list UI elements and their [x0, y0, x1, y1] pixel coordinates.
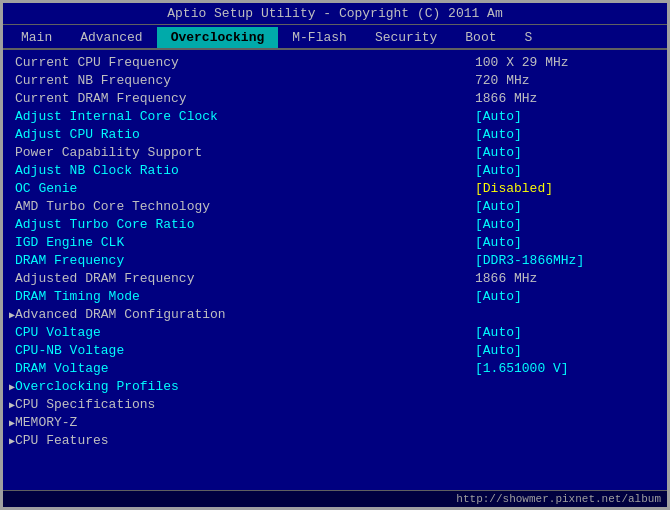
- nav-item-mflash[interactable]: M-Flash: [278, 27, 361, 48]
- setting-label-cpu-voltage: CPU Voltage: [15, 325, 101, 340]
- setting-value-oc-genie: [Disabled]: [475, 181, 655, 196]
- setting-value-dram-timing: [Auto]: [475, 289, 655, 304]
- setting-row-amd-turbo[interactable]: AMD Turbo Core Technology[Auto]: [11, 198, 659, 215]
- title-text: Aptio Setup Utility - Copyright (C) 2011…: [167, 6, 502, 21]
- setting-row-oc-genie[interactable]: OC Genie[Disabled]: [11, 180, 659, 197]
- setting-value-dram-voltage: [1.651000 V]: [475, 361, 655, 376]
- status-bar: http://showmer.pixnet.net/album: [3, 490, 667, 507]
- setting-row-adj-cpu-ratio[interactable]: Adjust CPU Ratio[Auto]: [11, 126, 659, 143]
- setting-row-cpu-nb-voltage[interactable]: CPU-NB Voltage[Auto]: [11, 342, 659, 359]
- setting-value-adj-nb-ratio: [Auto]: [475, 163, 655, 178]
- setting-label-cpu-features: CPU Features: [15, 433, 109, 448]
- nav-item-save[interactable]: S: [511, 27, 547, 48]
- setting-value-amd-turbo: [Auto]: [475, 199, 655, 214]
- nav-item-main[interactable]: Main: [7, 27, 66, 48]
- setting-label-oc-genie: OC Genie: [15, 181, 77, 196]
- setting-label-power-cap: Power Capability Support: [15, 145, 202, 160]
- setting-row-nb-freq[interactable]: Current NB Frequency720 MHz: [11, 72, 659, 89]
- setting-label-adj-turbo-ratio: Adjust Turbo Core Ratio: [15, 217, 194, 232]
- setting-label-adj-cpu-ratio: Adjust CPU Ratio: [15, 127, 140, 142]
- nav-item-boot[interactable]: Boot: [451, 27, 510, 48]
- setting-label-adv-dram-config: Advanced DRAM Configuration: [15, 307, 226, 322]
- setting-value-adj-cpu-ratio: [Auto]: [475, 127, 655, 142]
- nav-bar: MainAdvancedOverclockingM-FlashSecurityB…: [3, 25, 667, 50]
- setting-value-dram-freq: 1866 MHz: [475, 91, 655, 106]
- setting-row-cpu-voltage[interactable]: CPU Voltage[Auto]: [11, 324, 659, 341]
- setting-value-adj-turbo-ratio: [Auto]: [475, 217, 655, 232]
- settings-table: Current CPU Frequency100 X 29 MHzCurrent…: [11, 54, 659, 486]
- setting-label-dram-voltage: DRAM Voltage: [15, 361, 109, 376]
- setting-label-igd-clk: IGD Engine CLK: [15, 235, 124, 250]
- setting-label-dram-frequency: DRAM Frequency: [15, 253, 124, 268]
- setting-label-dram-freq: Current DRAM Frequency: [15, 91, 187, 106]
- setting-value-nb-freq: 720 MHz: [475, 73, 655, 88]
- setting-row-memory-z[interactable]: MEMORY-Z: [11, 414, 659, 431]
- setting-row-igd-clk[interactable]: IGD Engine CLK[Auto]: [11, 234, 659, 251]
- setting-value-power-cap: [Auto]: [475, 145, 655, 160]
- title-bar: Aptio Setup Utility - Copyright (C) 2011…: [3, 3, 667, 25]
- nav-item-security[interactable]: Security: [361, 27, 451, 48]
- setting-label-adj-dram-freq: Adjusted DRAM Frequency: [15, 271, 194, 286]
- setting-row-power-cap[interactable]: Power Capability Support[Auto]: [11, 144, 659, 161]
- setting-row-adj-nb-ratio[interactable]: Adjust NB Clock Ratio[Auto]: [11, 162, 659, 179]
- nav-item-overclocking[interactable]: Overclocking: [157, 27, 279, 48]
- setting-row-cpu-features[interactable]: CPU Features: [11, 432, 659, 449]
- setting-row-adj-core-clock[interactable]: Adjust Internal Core Clock[Auto]: [11, 108, 659, 125]
- setting-label-nb-freq: Current NB Frequency: [15, 73, 171, 88]
- setting-label-amd-turbo: AMD Turbo Core Technology: [15, 199, 210, 214]
- status-url: http://showmer.pixnet.net/album: [456, 493, 661, 505]
- content-area: Current CPU Frequency100 X 29 MHzCurrent…: [3, 50, 667, 490]
- setting-row-dram-freq[interactable]: Current DRAM Frequency1866 MHz: [11, 90, 659, 107]
- setting-value-cpu-voltage: [Auto]: [475, 325, 655, 340]
- setting-row-dram-timing[interactable]: DRAM Timing Mode[Auto]: [11, 288, 659, 305]
- setting-row-adv-dram-config[interactable]: Advanced DRAM Configuration: [11, 306, 659, 323]
- setting-value-cpu-freq: 100 X 29 MHz: [475, 55, 655, 70]
- setting-label-adj-core-clock: Adjust Internal Core Clock: [15, 109, 218, 124]
- setting-row-adj-turbo-ratio[interactable]: Adjust Turbo Core Ratio[Auto]: [11, 216, 659, 233]
- setting-value-adj-core-clock: [Auto]: [475, 109, 655, 124]
- setting-label-dram-timing: DRAM Timing Mode: [15, 289, 140, 304]
- setting-label-cpu-spec: CPU Specifications: [15, 397, 155, 412]
- setting-row-cpu-freq[interactable]: Current CPU Frequency100 X 29 MHz: [11, 54, 659, 71]
- setting-value-igd-clk: [Auto]: [475, 235, 655, 250]
- setting-row-oc-profiles[interactable]: Overclocking Profiles: [11, 378, 659, 395]
- setting-row-dram-frequency[interactable]: DRAM Frequency[DDR3-1866MHz]: [11, 252, 659, 269]
- nav-item-advanced[interactable]: Advanced: [66, 27, 156, 48]
- setting-row-dram-voltage[interactable]: DRAM Voltage[1.651000 V]: [11, 360, 659, 377]
- setting-value-adj-dram-freq: 1866 MHz: [475, 271, 655, 286]
- setting-label-oc-profiles: Overclocking Profiles: [15, 379, 179, 394]
- setting-row-adj-dram-freq[interactable]: Adjusted DRAM Frequency1866 MHz: [11, 270, 659, 287]
- setting-label-memory-z: MEMORY-Z: [15, 415, 77, 430]
- setting-value-cpu-nb-voltage: [Auto]: [475, 343, 655, 358]
- setting-value-dram-frequency: [DDR3-1866MHz]: [475, 253, 655, 268]
- setting-label-cpu-freq: Current CPU Frequency: [15, 55, 179, 70]
- setting-label-cpu-nb-voltage: CPU-NB Voltage: [15, 343, 124, 358]
- setting-label-adj-nb-ratio: Adjust NB Clock Ratio: [15, 163, 179, 178]
- setting-row-cpu-spec[interactable]: CPU Specifications: [11, 396, 659, 413]
